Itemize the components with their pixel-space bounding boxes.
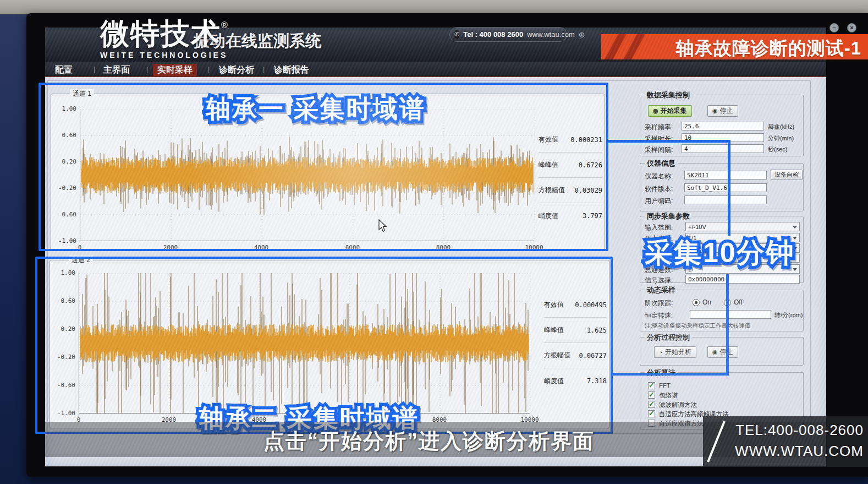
menu-separator: | [94,66,95,73]
checkbox-label: 滤波解调方法 [659,401,697,409]
video-title-banner: 轴承故障诊断的测试-1 [601,34,868,59]
menu-item-config[interactable]: 配置 [51,64,77,77]
field-label: 阶次跟踪: [645,298,673,308]
radio-label: On [702,298,711,306]
clock-icon: ◔ [659,349,663,356]
contact-pill: ✆ Tel : 400 008 2600 www.wtau.com ⊕ [449,27,567,42]
phone-icon: ✆ [454,30,459,39]
filter-demod-checkbox[interactable] [648,401,655,408]
menu-bar: 配置 | 主界面 | 实时采样 | 诊断分析 | 诊断报告 [45,62,826,77]
field-unit: 分钟(min) [768,134,794,143]
subtitle-text: 点击“开始分析”进入诊断分析界面 [182,427,677,455]
globe-icon: ⊕ [579,30,585,39]
callout-line [606,140,730,143]
field-label: 仪器名称: [645,172,673,181]
menu-item-realtime-sampling[interactable]: 实时采样 [153,64,197,77]
section-analysis-control: 分析过程控制 ◔开始分析 ◉停止 [640,337,804,366]
menu-item-diagnosis-report[interactable]: 诊断报告 [270,64,314,77]
input-range-select[interactable]: +/-10V [685,222,800,231]
record-icon: ◉ [653,107,658,115]
stop-icon: ◉ [712,107,718,115]
caption-chart1: 轴承一 采集时域谱轴承一 采集时域谱 [206,93,426,126]
instrument-name-input[interactable]: SK2011 [684,171,767,180]
field-label: 恒定转速: [645,311,673,320]
field-label: 采样间隔: [645,145,673,155]
banner-stripe [620,34,647,59]
header-website: www.wtau.com [527,30,575,39]
checkbox-label: FFT [659,382,671,389]
callout-line [612,373,728,376]
wall-background [0,0,868,14]
company-logo-cn: 微特技术 [100,17,221,50]
menu-item-diagnosis-analysis[interactable]: 诊断分析 [215,64,259,77]
radio-label: Off [734,298,743,306]
field-label: 输入范围: [645,223,673,232]
adaptive-hf-demod-checkbox[interactable] [648,410,655,417]
stop-acquisition-button[interactable]: ◉停止 [707,105,738,117]
checkbox-label: 包络谱 [659,391,678,400]
stop-analysis-button[interactable]: ◉停止 [707,346,738,358]
contact-website: WWW.WTAU.COM [735,443,864,460]
field-unit: 秒(sec) [768,145,787,154]
mouse-cursor [378,219,388,233]
field-label: 用户编码: [645,197,673,206]
section-title: 仪器信息 [645,159,678,168]
sampling-frequency-input[interactable]: 25.6 [682,122,764,130]
slash-decoration [707,421,726,463]
photo-stage: Redmi 振动在线监测系统 微特技术® WEITE TECHNOLOGIES … [0,0,868,484]
stop-icon: ◉ [712,349,718,356]
section-title: 同步采集参数 [645,211,692,221]
company-logo: 微特技术® WEITE TECHNOLOGIES [100,14,228,59]
banner-title: 轴承故障诊断的测试-1 [676,36,861,59]
field-unit: 赫兹(kHz) [768,123,794,131]
contact-overlay: TEL:400-008-2600 WWW.WTAU.COM [703,416,868,467]
section-dynamic-sampling: 动态采样 阶次跟踪: On Off 恒定转速: 转/分(rpm) 注:驱动设备振… [640,290,804,331]
registered-mark: ® [221,20,228,30]
caption-duration: 采集10分钟采集10分钟 [645,235,795,271]
constant-speed-input[interactable] [690,310,771,319]
start-analysis-button[interactable]: ◔开始分析 [654,346,696,358]
menu-separator: | [263,66,265,73]
menu-separator: | [208,66,210,73]
section-title: 动态采样 [645,285,678,295]
field-unit: 转/分(rpm) [774,311,803,319]
menu-item-main[interactable]: 主界面 [99,64,134,77]
header-tel: Tel : 400 008 2600 [463,30,523,39]
company-logo-en: WEITE TECHNOLOGIES [100,51,228,59]
start-acquisition-button[interactable]: ◉开始采集 [648,105,692,117]
section-title: 分析过程控制 [645,333,692,342]
order-tracking-on-radio[interactable] [693,299,700,306]
user-code-input[interactable] [684,195,767,204]
envelope-checkbox[interactable] [648,391,655,399]
section-instrument-info: 仪器信息 仪器名称: SK2011 设备自检 软件版本: Soft_D_V1.6… [640,163,804,211]
callout-line [726,274,729,376]
signal-select-input[interactable]: 0x00000000 [685,275,800,284]
section-acquisition-control: 数据采集控制 ◉开始采集 ◉停止 采样频率: 25.6 赫兹(kHz) 采样时长… [640,95,804,156]
fft-checkbox[interactable] [648,382,655,389]
minimize-button[interactable]: – [829,23,839,32]
contact-tel: TEL:400-008-2600 [735,422,864,439]
field-label: 采样频率: [645,123,673,132]
dynamic-sampling-note: 注:驱动设备振动采样稳定工作最大转速值 [645,322,750,330]
menu-separator: | [146,66,148,73]
callout-line [728,140,730,236]
device-selftest-button[interactable]: 设备自检 [771,170,803,180]
sampling-interval-input[interactable]: 4 [682,144,764,153]
field-label: 软件版本: [645,184,673,194]
software-version-input[interactable]: Soft_D_V1.6 [684,183,767,192]
close-button[interactable]: × [847,23,856,32]
section-title: 数据采集控制 [645,90,692,100]
field-label: 信号选择: [645,276,673,285]
